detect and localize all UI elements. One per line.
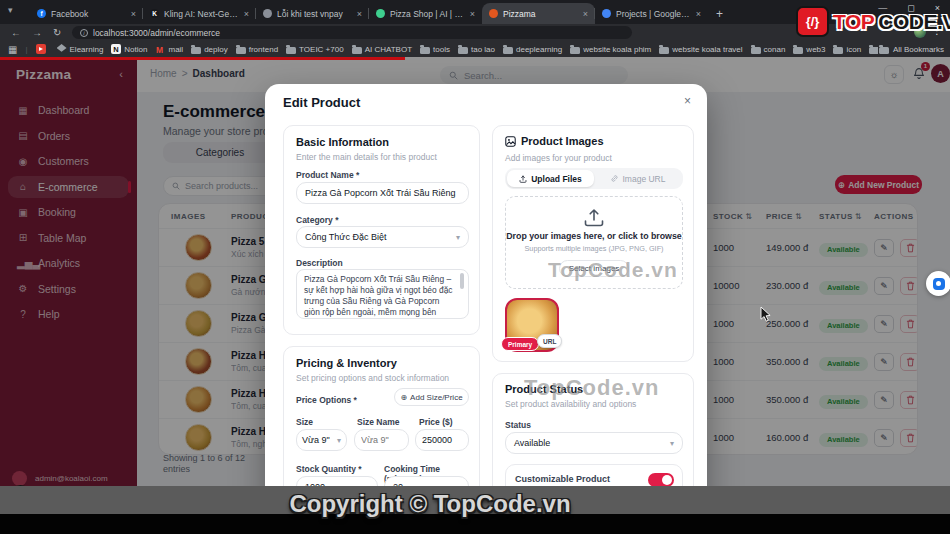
bookmark-item[interactable]: website koala travel xyxy=(659,45,742,54)
mouse-cursor xyxy=(760,306,772,323)
bookmark-item[interactable]: hay ho xyxy=(869,45,877,54)
browser-tab[interactable]: K Kling AI: Next-Gen AI Video & × xyxy=(143,3,256,24)
divider: | xyxy=(25,45,27,54)
tab-title: Kling AI: Next-Gen AI Video & xyxy=(164,9,239,19)
card-title: Product Images xyxy=(521,135,604,147)
bookmark-item[interactable]: AI CHATBOT xyxy=(352,45,412,54)
link-icon xyxy=(610,174,619,183)
bookmark-icon xyxy=(155,44,165,54)
bookmark-label: Notion xyxy=(124,45,147,54)
image-source-tabs: Upload Files Image URL xyxy=(505,168,683,189)
bookmark-icon xyxy=(111,44,121,54)
bookmark-label: deeplearning xyxy=(516,45,562,54)
tab-favicon xyxy=(489,9,498,18)
tab-close-icon[interactable]: × xyxy=(244,9,249,19)
product-name-label: Product Name * xyxy=(296,170,359,180)
stock-quantity-label: Stock Quantity * xyxy=(296,464,362,474)
extension-float-button[interactable] xyxy=(926,271,950,296)
description-label: Description xyxy=(296,258,343,268)
add-size-price-button[interactable]: ⊕ Add Size/Price xyxy=(394,388,469,406)
upload-tray-icon xyxy=(583,207,605,227)
tab-close-icon[interactable]: × xyxy=(696,9,701,19)
tab-title: Facebook xyxy=(51,9,126,19)
size-name-input[interactable] xyxy=(354,429,409,451)
tab-upload-files[interactable]: Upload Files xyxy=(507,170,594,187)
address-bar[interactable]: i localhost:3000/admin/ecommerce xyxy=(72,26,632,39)
card-subtitle: Enter the main details for this product xyxy=(296,152,437,162)
chevron-down-icon: ▾ xyxy=(456,233,460,242)
bookmark-item[interactable]: deploy xyxy=(191,45,228,54)
watermark-center-2: TopCode.vn xyxy=(524,375,659,401)
bookmark-icon xyxy=(458,47,468,54)
tab-close-icon[interactable]: × xyxy=(357,9,362,19)
copyright-watermark: Copyright © TopCode.vn xyxy=(0,490,860,518)
textarea-scrollbar[interactable] xyxy=(460,273,464,289)
logo-text-top: TOP xyxy=(833,10,874,34)
bookmark-icon xyxy=(503,47,513,54)
bookmark-label: conan xyxy=(764,45,786,54)
topcode-logo-icon: {/} xyxy=(796,6,829,37)
bookmark-list: Elearning Notion mail deploy frontend xyxy=(36,44,878,54)
bookmark-item[interactable]: Elearning xyxy=(57,44,104,54)
back-button[interactable]: ← xyxy=(11,27,21,38)
new-tab-button[interactable]: + xyxy=(716,7,723,24)
bookmark-item[interactable]: tools xyxy=(420,45,450,54)
modal-close-icon[interactable]: × xyxy=(684,94,691,108)
card-subtitle: Set pricing options and stock informatio… xyxy=(296,373,449,383)
bookmark-label: tools xyxy=(433,45,450,54)
chevron-down-icon: ▾ xyxy=(337,436,341,445)
tab-close-icon[interactable]: × xyxy=(583,9,588,19)
folder-icon xyxy=(879,47,889,54)
browser-tab[interactable]: f Facebook × xyxy=(30,3,143,24)
apps-grid-icon[interactable]: ▦ xyxy=(8,44,17,55)
bookmark-label: mail xyxy=(168,45,183,54)
customizable-toggle[interactable] xyxy=(648,473,674,487)
status-label: Status xyxy=(505,420,531,430)
bookmark-item[interactable]: conan xyxy=(751,45,786,54)
bookmark-label: website koala phim xyxy=(583,45,651,54)
tab-close-icon[interactable]: × xyxy=(131,9,136,19)
tab-image-url[interactable]: Image URL xyxy=(594,170,681,187)
bookmark-icon xyxy=(352,47,362,54)
browser-tab[interactable]: Pizzama × xyxy=(482,3,595,24)
bookmark-label: AI CHATBOT xyxy=(365,45,412,54)
browser-tab[interactable]: Pizza Shop | AI | Supabase × xyxy=(369,3,482,24)
description-textarea[interactable]: Pizza Gà Popcorn Xốt Trái Sầu Riêng – sự… xyxy=(296,269,469,319)
size-select[interactable]: Vừa 9" ▾ xyxy=(296,429,347,451)
product-images-card: Product Images Add images for your produ… xyxy=(492,125,694,362)
bookmark-item[interactable]: web3 xyxy=(793,45,825,54)
browser-tab[interactable]: Projects | Google AI Studio × xyxy=(595,3,708,24)
site-info-icon[interactable]: i xyxy=(80,29,88,37)
bookmark-icon xyxy=(751,47,761,54)
size-name-label: Size Name xyxy=(357,417,400,427)
bookmark-item[interactable]: mail xyxy=(155,44,183,54)
customizable-title: Customizable Product xyxy=(515,474,610,484)
product-name-input[interactable] xyxy=(296,182,469,204)
bookmark-label: deploy xyxy=(204,45,228,54)
reload-button[interactable]: ↻ xyxy=(53,27,61,38)
bookmark-icon xyxy=(869,47,877,54)
bookmark-item[interactable]: frontend xyxy=(236,45,278,54)
price-input[interactable] xyxy=(415,429,469,451)
status-select[interactable]: Available ▾ xyxy=(505,432,683,454)
browser-tab[interactable]: Lỗi khi test vnpay × xyxy=(256,3,369,24)
bookmark-label: frontend xyxy=(249,45,278,54)
tab-close-icon[interactable]: × xyxy=(470,9,475,19)
bookmark-item[interactable]: TOEIC +700 xyxy=(286,45,344,54)
bookmark-icon xyxy=(57,44,67,54)
bookmark-icon xyxy=(36,44,46,54)
category-select[interactable]: Công Thức Đặc Biệt ▾ xyxy=(296,226,469,248)
bookmark-item[interactable]: website koala phim xyxy=(570,45,651,54)
card-title: Basic Information xyxy=(296,136,389,148)
bookmark-item[interactable] xyxy=(36,44,49,54)
forward-button[interactable]: → xyxy=(32,27,42,38)
bookmark-label: TOEIC +700 xyxy=(299,45,344,54)
bookmark-item[interactable]: tao lao xyxy=(458,45,495,54)
price-options-label: Price Options * xyxy=(296,395,357,405)
bookmark-item[interactable]: icon xyxy=(833,45,861,54)
bookmark-item[interactable]: deeplearning xyxy=(503,45,562,54)
tab-search-icon[interactable]: ▾ xyxy=(8,5,13,15)
all-bookmarks-button[interactable]: All Bookmarks xyxy=(879,41,944,57)
bookmark-item[interactable]: Notion xyxy=(111,44,147,54)
category-label: Category * xyxy=(296,215,339,225)
